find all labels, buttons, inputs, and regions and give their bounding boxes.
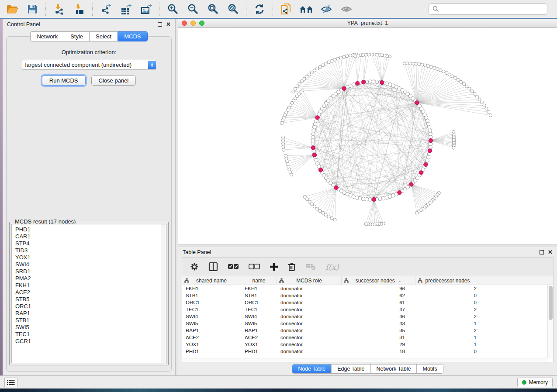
network-node[interactable] bbox=[370, 53, 373, 56]
network-node[interactable] bbox=[476, 95, 479, 98]
column-header-shared-name[interactable]: shared name bbox=[182, 276, 241, 285]
network-node[interactable] bbox=[285, 157, 288, 160]
network-node[interactable] bbox=[471, 90, 474, 93]
network-node[interactable] bbox=[305, 75, 308, 78]
mcds-result-item[interactable]: STB5 bbox=[15, 296, 166, 303]
network-node[interactable] bbox=[281, 139, 284, 142]
table-row[interactable]: PHD1PHD1dominator180 bbox=[182, 348, 547, 355]
table-row[interactable]: STB1STB1dominator620 bbox=[182, 292, 547, 299]
close-table-panel-icon[interactable]: ✕ bbox=[548, 250, 553, 254]
open-file-button[interactable] bbox=[3, 2, 21, 17]
network-node[interactable] bbox=[362, 197, 365, 200]
network-node[interactable] bbox=[442, 70, 445, 73]
network-node[interactable] bbox=[403, 62, 406, 65]
mcds-result-item[interactable]: FKH1 bbox=[15, 282, 166, 289]
export-network-button[interactable] bbox=[97, 2, 114, 17]
close-panel-icon[interactable]: ✕ bbox=[166, 22, 171, 27]
deselect-all-button[interactable] bbox=[249, 263, 260, 270]
network-node[interactable] bbox=[305, 198, 308, 201]
network-node-mcds[interactable] bbox=[372, 197, 376, 201]
network-node[interactable] bbox=[311, 203, 314, 206]
table-row[interactable]: YOX1YOX1connector291 bbox=[182, 341, 547, 348]
control-panel-tab-select[interactable]: Select bbox=[89, 31, 118, 41]
mcds-result-item[interactable]: STB1 bbox=[15, 317, 166, 324]
network-node[interactable] bbox=[318, 65, 322, 69]
table-tab-network-table[interactable]: Network Table bbox=[371, 364, 417, 373]
network-node[interactable] bbox=[478, 98, 481, 101]
network-node-mcds[interactable] bbox=[428, 149, 432, 153]
network-node[interactable] bbox=[316, 207, 319, 210]
search-box[interactable] bbox=[429, 3, 547, 15]
mcds-result-item[interactable]: TEC1 bbox=[15, 331, 166, 338]
network-node[interactable] bbox=[282, 148, 285, 151]
network-node[interactable] bbox=[311, 132, 315, 135]
network-node[interactable] bbox=[368, 80, 372, 83]
network-node[interactable] bbox=[343, 55, 346, 58]
run-mcds-button[interactable]: Run MCDS bbox=[42, 76, 86, 86]
network-node[interactable] bbox=[303, 195, 306, 198]
network-node[interactable] bbox=[330, 217, 333, 220]
first-neighbors-button[interactable] bbox=[298, 2, 315, 17]
mcds-result-item[interactable]: ACE2 bbox=[15, 289, 166, 296]
save-session-button[interactable] bbox=[24, 2, 41, 17]
zoom-out-button[interactable] bbox=[184, 2, 201, 17]
network-node[interactable] bbox=[327, 215, 330, 218]
network-node-mcds[interactable] bbox=[319, 168, 323, 172]
network-node[interactable] bbox=[427, 65, 430, 68]
refresh-button[interactable] bbox=[251, 2, 268, 17]
network-node[interactable] bbox=[429, 145, 432, 149]
network-node[interactable] bbox=[421, 63, 424, 66]
network-node[interactable] bbox=[368, 198, 372, 201]
network-node[interactable] bbox=[282, 136, 285, 139]
network-node[interactable] bbox=[361, 54, 364, 57]
table-row[interactable]: FKH1FKH1dominator962 bbox=[182, 285, 547, 292]
mcds-result-item[interactable]: PMA2 bbox=[15, 275, 166, 282]
network-node[interactable] bbox=[375, 80, 378, 83]
network-window-titlebar[interactable]: YPA_prune.txt_1 bbox=[178, 19, 557, 28]
network-node[interactable] bbox=[365, 197, 368, 201]
search-input[interactable] bbox=[442, 6, 543, 12]
network-node[interactable] bbox=[406, 62, 409, 65]
zoom-fit-button[interactable] bbox=[204, 2, 221, 17]
network-node[interactable] bbox=[316, 67, 319, 70]
network-node[interactable] bbox=[481, 101, 484, 104]
network-node[interactable] bbox=[311, 142, 315, 146]
float-panel-icon[interactable] bbox=[158, 22, 162, 27]
show-columns-button[interactable] bbox=[208, 262, 218, 272]
network-node[interactable] bbox=[311, 135, 315, 139]
network-node[interactable] bbox=[487, 110, 490, 113]
network-node[interactable] bbox=[367, 53, 370, 56]
network-node-mcds[interactable] bbox=[362, 80, 366, 84]
export-image-button[interactable] bbox=[137, 2, 155, 17]
network-node[interactable] bbox=[462, 83, 465, 86]
network-node-mcds[interactable] bbox=[419, 171, 423, 175]
network-node[interactable] bbox=[415, 62, 418, 65]
network-node[interactable] bbox=[298, 82, 301, 85]
control-panel-tab-network[interactable]: Network bbox=[30, 31, 64, 41]
column-header-MCDS-role[interactable]: MCDS role bbox=[277, 276, 342, 285]
close-panel-button[interactable]: Close panel bbox=[91, 76, 136, 86]
network-node[interactable] bbox=[294, 87, 297, 90]
network-node[interactable] bbox=[454, 76, 457, 79]
network-node-mcds[interactable] bbox=[429, 138, 432, 142]
hide-selected-button[interactable] bbox=[318, 2, 335, 17]
scrollbar-thumb[interactable] bbox=[549, 286, 553, 320]
mcds-result-item[interactable]: CAR1 bbox=[15, 233, 166, 240]
mcds-result-item[interactable]: ORC1 bbox=[15, 303, 166, 310]
network-node[interactable] bbox=[296, 85, 299, 88]
network-node[interactable] bbox=[312, 129, 315, 132]
network-node-mcds[interactable] bbox=[415, 101, 419, 105]
network-node[interactable] bbox=[333, 58, 336, 61]
network-node[interactable] bbox=[415, 211, 419, 214]
control-panel-tab-style[interactable]: Style bbox=[64, 31, 89, 41]
network-node-mcds[interactable] bbox=[342, 86, 346, 90]
mcds-result-list[interactable]: PHD1CAR1STP4TID3YOX1SWI4SRD1PMA2FKH1ACE2… bbox=[11, 224, 166, 363]
table-row[interactable]: ACE2ACE2connector311 bbox=[182, 334, 547, 341]
column-header-name[interactable]: name bbox=[241, 276, 277, 285]
network-node[interactable] bbox=[280, 121, 283, 124]
network-node[interactable] bbox=[465, 85, 468, 88]
mcds-result-item[interactable]: YOX1 bbox=[15, 254, 166, 261]
network-node[interactable] bbox=[429, 132, 432, 135]
network-node[interactable] bbox=[346, 55, 349, 58]
network-node[interactable] bbox=[312, 125, 316, 129]
